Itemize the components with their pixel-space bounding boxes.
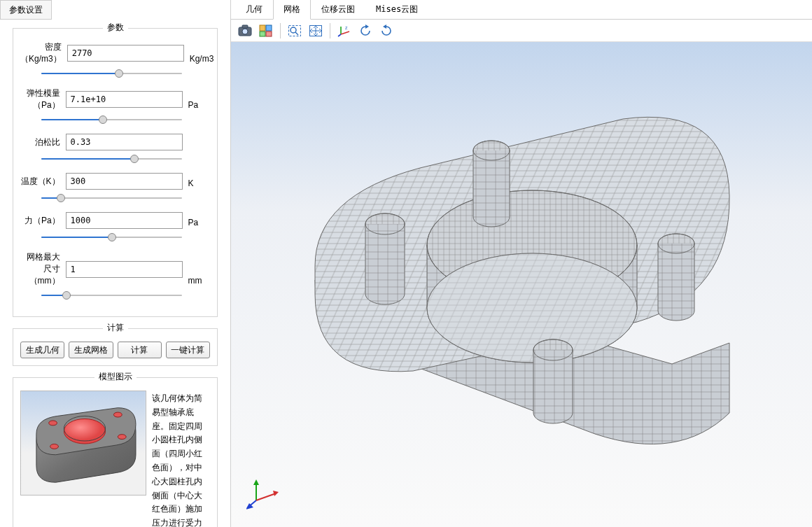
compute-group-legend: 计算: [103, 322, 128, 334]
svg-point-30: [427, 253, 637, 363]
param-label: 力（Pa）: [20, 215, 60, 227]
svg-rect-8: [242, 25, 248, 28]
svg-point-4: [113, 412, 122, 417]
toolbar-separator: [280, 23, 281, 38]
view-tab[interactable]: 位移云图: [311, 0, 365, 20]
svg-rect-12: [260, 31, 265, 36]
param-input[interactable]: [67, 45, 184, 62]
param-label: 密度（Kg/m3）: [20, 41, 62, 65]
view-toolbar: z: [231, 20, 812, 42]
param-row: 泊松比: [20, 134, 210, 164]
svg-rect-10: [260, 25, 265, 31]
param-slider[interactable]: [41, 192, 182, 204]
svg-rect-11: [266, 25, 272, 31]
viewport-3d[interactable]: [231, 42, 812, 527]
model-description: 该几何体为简易型轴承底座。固定四周小圆柱孔内侧面（四周小红色面），对中心大圆柱孔…: [152, 391, 210, 527]
svg-marker-23: [383, 24, 386, 29]
param-input[interactable]: [66, 261, 183, 278]
param-unit: Pa: [188, 100, 210, 111]
param-row: 网格最大尺寸（mm） mm: [20, 251, 210, 301]
params-group: 参数 密度（Kg/m3） Kg/m3 弹性模量（Pa） Pa 泊松比: [13, 28, 218, 317]
compute-group: 计算 生成几何生成网格计算一键计算: [13, 328, 218, 366]
param-input[interactable]: [66, 91, 183, 108]
param-slider[interactable]: [41, 153, 182, 164]
model-group-legend: 模型图示: [94, 371, 136, 383]
svg-point-15: [290, 27, 296, 33]
camera-icon[interactable]: [235, 22, 255, 40]
param-slider[interactable]: [41, 114, 182, 125]
sidebar-tab-bar: 参数设置: [0, 0, 230, 20]
param-label: 弹性模量（Pa）: [20, 87, 60, 111]
svg-rect-13: [266, 31, 272, 36]
main-area: 几何网格位移云图Mises云图 z: [231, 0, 812, 527]
model-group: 模型图示: [13, 377, 218, 527]
rotate-cw-icon[interactable]: [377, 22, 396, 40]
param-unit: Pa: [188, 218, 210, 229]
param-input[interactable]: [66, 212, 183, 229]
param-slider[interactable]: [41, 290, 182, 301]
model-thumbnail: [20, 391, 146, 496]
rotate-ccw-icon[interactable]: [356, 22, 375, 40]
svg-point-3: [49, 421, 57, 426]
compute-button[interactable]: 一键计算: [166, 342, 210, 358]
screenshot-options-icon[interactable]: [256, 22, 276, 40]
sidebar: 参数设置 参数 密度（Kg/m3） Kg/m3 弹性模量（Pa） Pa 泊松比: [0, 0, 231, 527]
toolbar-separator: [330, 23, 330, 38]
param-slider[interactable]: [41, 232, 182, 243]
param-row: 弹性模量（Pa） Pa: [20, 87, 210, 125]
svg-point-5: [50, 444, 59, 449]
svg-text:z: z: [345, 25, 348, 30]
svg-point-1: [64, 419, 105, 444]
compute-button[interactable]: 计算: [118, 342, 162, 358]
sidebar-tab-settings[interactable]: 参数设置: [0, 0, 52, 20]
param-row: 力（Pa） Pa: [20, 212, 210, 243]
param-unit: mm: [188, 276, 210, 287]
params-group-legend: 参数: [103, 22, 128, 34]
param-unit: Kg/m3: [190, 54, 214, 65]
param-row: 温度（K） K: [20, 173, 210, 204]
view-tab[interactable]: Mises云图: [365, 0, 428, 20]
zoom-rect-icon[interactable]: [285, 22, 304, 40]
param-label: 温度（K）: [20, 176, 60, 188]
param-unit: K: [188, 178, 210, 190]
fit-view-icon[interactable]: [306, 22, 326, 40]
param-input[interactable]: [66, 134, 183, 150]
svg-line-20: [338, 34, 341, 36]
show-axes-icon[interactable]: z: [335, 22, 354, 40]
param-label: 泊松比: [20, 136, 60, 148]
svg-line-16: [295, 32, 298, 35]
param-label: 网格最大尺寸（mm）: [20, 251, 60, 287]
param-unit: [188, 149, 210, 150]
param-row: 密度（Kg/m3） Kg/m3: [20, 41, 210, 79]
compute-button[interactable]: 生成几何: [20, 342, 64, 358]
svg-point-6: [118, 435, 126, 440]
compute-button[interactable]: 生成网格: [69, 342, 113, 358]
svg-line-19: [341, 31, 349, 34]
view-tab-bar: 几何网格位移云图Mises云图: [231, 0, 812, 20]
param-slider[interactable]: [41, 68, 182, 79]
param-input[interactable]: [66, 173, 183, 190]
view-tab[interactable]: 网格: [273, 0, 311, 20]
view-tab[interactable]: 几何: [235, 0, 273, 20]
svg-marker-22: [365, 24, 369, 29]
svg-point-9: [242, 29, 248, 34]
